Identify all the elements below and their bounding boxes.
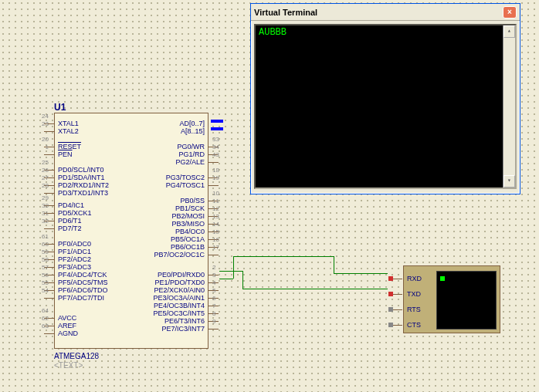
- pin-label: PE6/T3/INT6: [161, 317, 208, 325]
- wire: [242, 289, 388, 289]
- pin-stub: [208, 255, 219, 255]
- pin-stub: [208, 162, 219, 163]
- component-u1[interactable]: 24XTAL123XTAL220RESET1PEN25PD0/SCL/INT02…: [54, 113, 208, 349]
- pin-pb1-sck[interactable]: 11PB1/SCK: [172, 204, 208, 212]
- pin-agnd[interactable]: 63AGND: [55, 329, 81, 337]
- instrument-pin-rts[interactable]: RTS: [407, 305, 421, 314]
- pin-stub: [44, 298, 55, 299]
- pin-pe1-pdo-txd0[interactable]: 3PE1/PDO/TXD0: [151, 279, 208, 286]
- pin-number: 10: [212, 190, 228, 197]
- bus-marker: [211, 120, 223, 123]
- pin-pd5-xck1[interactable]: 30PD5/XCK1: [55, 209, 95, 217]
- pin-pd1-sda-int1[interactable]: 26PD1/SDA/INT1: [55, 174, 108, 181]
- pin-number: 60: [33, 241, 49, 248]
- pin-number: 24: [33, 113, 49, 120]
- pin-pb0-ss[interactable]: 10PB0/SS: [177, 197, 208, 204]
- pin-pg4-tosc1[interactable]: 19PG4/TOSC1: [163, 181, 208, 189]
- instrument-pin-cts[interactable]: CTS: [407, 320, 421, 329]
- pin-number: 12: [212, 205, 228, 212]
- pin-pd0-scl-int0[interactable]: 25PD0/SCL/INT0: [55, 166, 107, 174]
- pin-number: 25: [33, 159, 49, 166]
- pin-pd2-rxd1-int2[interactable]: 27PD2/RXD1/INT2: [55, 181, 112, 189]
- pin-label: PF4/ADC4/TCK: [55, 271, 110, 279]
- pin-pe2-xck0-ain0[interactable]: 4PE2/XCK0/AIN0: [151, 286, 208, 294]
- pin-label: XTAL2: [55, 127, 82, 135]
- pin-pg0-wr[interactable]: 33PG0/WR: [174, 143, 208, 150]
- pin-pe4-oc3b-int4[interactable]: 6PE4/OC3B/INT4: [151, 302, 208, 309]
- pin-pe5-oc3c-int5[interactable]: 7PE5/OC3C/INT5: [150, 309, 208, 317]
- pin-pb7-oc2-oc1c[interactable]: 17PB7/OC2/OC1C: [151, 251, 208, 259]
- component-part-u1[interactable]: ATMEGA128: [54, 352, 99, 360]
- component-ref-u1[interactable]: U1: [54, 102, 66, 113]
- pin-stub: [208, 329, 219, 329]
- pin-number: 11: [212, 198, 228, 204]
- pin-pb4-oc0[interactable]: 14PB4/OC0: [172, 228, 208, 235]
- pin-pb5-oc1a[interactable]: 15PB5/OC1A: [168, 235, 208, 243]
- pin-pf1-adc1[interactable]: 60PF1/ADC1: [55, 248, 94, 255]
- scroll-down-icon[interactable]: ▾: [503, 175, 515, 188]
- pin-stub: [44, 131, 55, 132]
- pin-number: 23: [33, 120, 49, 127]
- pin-pg2-ale[interactable]: 43PG2/ALE: [172, 158, 208, 166]
- pin-a-8-15-[interactable]: A[8..15]: [178, 127, 208, 135]
- wire: [233, 256, 334, 257]
- pin-label: AD[0..7]: [176, 120, 208, 127]
- pin-number: 18: [212, 167, 228, 174]
- pin-pe7-ic3-int7[interactable]: 9PE7/IC3/INT7: [158, 325, 208, 333]
- pin-stub: [392, 309, 402, 310]
- pin-pf3-adc3[interactable]: 58PF3/ADC3: [55, 263, 94, 271]
- pin-number: 7: [212, 302, 228, 309]
- pin-pen[interactable]: 1PEN: [55, 150, 76, 158]
- pin-pf5-adc5-tms[interactable]: 56PF5/ADC5/TMS: [55, 279, 111, 286]
- virtual-terminal-instrument[interactable]: RXDTXDRTSCTS: [403, 265, 500, 333]
- pin-number: 4: [212, 279, 228, 286]
- instrument-pin-rxd[interactable]: RXD: [407, 274, 422, 283]
- pin-pe6-t3-int6[interactable]: 8PE6/T3/INT6: [161, 317, 208, 325]
- terminal-scrollbar[interactable]: ▴ ▾: [503, 25, 515, 188]
- pin-pb2-mosi[interactable]: 12PB2/MOSI: [168, 212, 208, 220]
- pin-label: PE5/OC3C/INT5: [150, 309, 208, 317]
- pin-label: PB3/MISO: [168, 220, 208, 228]
- pin-label: PG0/WR: [174, 143, 208, 150]
- pin-number: 27: [33, 174, 49, 181]
- pin-pd6-t1[interactable]: 31PD6/T1: [55, 217, 85, 225]
- pin-label: PF5/ADC5/TMS: [55, 279, 111, 286]
- pin-aref[interactable]: 62AREF: [55, 322, 80, 329]
- pin-avcc[interactable]: 64AVCC: [55, 314, 80, 322]
- pin-stub: [44, 154, 55, 155]
- virtual-terminal-window: Virtual Terminal × AUBBB ▴ ▾: [250, 3, 520, 194]
- pin-pf4-adc4-tck[interactable]: 57PF4/ADC4/TCK: [55, 271, 110, 279]
- pin-pg3-tosc2[interactable]: 18PG3/TOSC2: [163, 174, 208, 181]
- pin-pb3-miso[interactable]: 13PB3/MISO: [168, 220, 208, 228]
- pin-pf7-adc7-tdi[interactable]: 54PF7/ADC7/TDI: [55, 294, 107, 302]
- pin-pe3-oc3a-ain1[interactable]: 5PE3/OC3A/AIN1: [150, 294, 208, 302]
- pin-pd7-t2[interactable]: 32PD7/T2: [55, 225, 85, 232]
- pin-reset[interactable]: 20RESET: [55, 143, 84, 150]
- pin-number: 55: [33, 279, 49, 286]
- pin-label: PB2/MOSI: [168, 212, 208, 220]
- pin-xtal1[interactable]: 24XTAL1: [55, 120, 82, 127]
- instrument-pin-txd[interactable]: TXD: [407, 289, 421, 299]
- pin-pf6-adc6-tdo[interactable]: 55PF6/ADC6/TDO: [55, 286, 111, 294]
- instrument-screen: [436, 271, 497, 329]
- scroll-up-icon[interactable]: ▴: [503, 25, 515, 38]
- virtual-terminal-titlebar[interactable]: Virtual Terminal ×: [251, 4, 520, 21]
- virtual-terminal-body[interactable]: AUBBB ▴ ▾: [254, 24, 517, 189]
- pin-pf0-adc0[interactable]: 61PF0/ADC0: [55, 240, 94, 248]
- pin-pg1-rd[interactable]: 34PG1/RD: [175, 150, 208, 158]
- pin-label: PB7/OC2/OC1C: [151, 251, 208, 259]
- pin-pf2-adc2[interactable]: 59PF2/ADC2: [55, 255, 94, 263]
- cursor-icon: [440, 276, 445, 281]
- component-text-u1[interactable]: <TEXT>: [54, 361, 83, 370]
- node-indicator: [388, 292, 393, 296]
- pin-number: 29: [33, 194, 49, 201]
- pin-xtal2[interactable]: 23XTAL2: [55, 127, 82, 135]
- pin-ad-0-7-[interactable]: AD[0..7]: [176, 120, 208, 127]
- wire: [219, 271, 242, 272]
- pin-label: PD3/TXD1/INT3: [55, 189, 111, 197]
- pin-pb6-oc1b[interactable]: 16PB6/OC1B: [168, 243, 208, 251]
- close-icon[interactable]: ×: [503, 6, 517, 19]
- pin-pd4-ic1[interactable]: 29PD4/IC1: [55, 201, 87, 209]
- pin-pe0-pdi-rxd0[interactable]: 2PE0/PDI/RXD0: [154, 271, 208, 279]
- pin-pd3-txd1-int3[interactable]: 28PD3/TXD1/INT3: [55, 189, 111, 197]
